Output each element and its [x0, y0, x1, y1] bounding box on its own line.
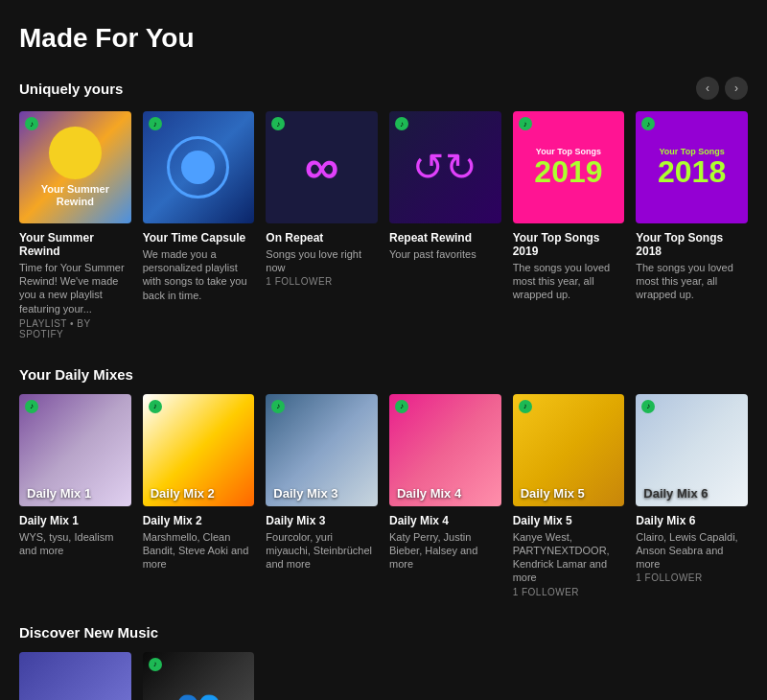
thumb-daily4: ♪ Daily Mix 4	[389, 394, 501, 506]
next-arrow-uniquely-yours[interactable]: ›	[725, 77, 748, 100]
thumb-top-2018: ♪ Your Top Songs 2018	[636, 111, 748, 223]
card-title-top-2018: Your Top Songs 2018	[636, 231, 748, 258]
daily-mixes-section: Your Daily Mixes ♪ Daily Mix 1 Daily Mix…	[19, 366, 748, 597]
card-desc-daily2: Marshmello, Clean Bandit, Steve Aoki and…	[143, 530, 255, 572]
circle-outer	[167, 136, 229, 198]
card-follower-daily6: 1 FOLLOWER	[636, 572, 748, 583]
card-top-2019[interactable]: ♪ Your Top Songs 2019 Your Top Songs 201…	[513, 111, 625, 339]
spotify-badge-d6: ♪	[641, 400, 655, 413]
daily-mix-4-label: Daily Mix 4	[397, 486, 461, 501]
section-title-discover: Discover New Music	[19, 624, 158, 641]
section-header-daily-mixes: Your Daily Mixes	[19, 366, 748, 383]
card-title-top-2019: Your Top Songs 2019	[513, 231, 625, 258]
thumb-daily5: ♪ Daily Mix 5	[513, 394, 625, 506]
spotify-badge-6: ♪	[641, 117, 655, 130]
spotify-badge-d1: ♪	[25, 400, 38, 413]
thumb-repeat-rewind: ♪ ↺↻	[389, 111, 501, 223]
card-title-on-repeat: On Repeat	[266, 231, 378, 245]
spotify-badge-5: ♪	[519, 117, 532, 130]
spotify-badge-3: ♪	[271, 117, 285, 130]
card-title-summer-rewind: Your Summer Rewind	[19, 231, 131, 258]
thumb-daily2: ♪ Daily Mix 2	[143, 394, 255, 506]
card-follower-on-repeat: 1 FOLLOWER	[266, 276, 378, 287]
main-page: Made For You Uniquely yours ‹ › ♪ Your S…	[0, 0, 767, 700]
nav-arrows-uniquely-yours: ‹ ›	[696, 77, 748, 100]
card-desc-daily3: Fourcolor, yuri miyauchi, Steinbrüchel a…	[266, 530, 378, 572]
spotify-badge-d2: ♪	[149, 400, 162, 413]
circle-inner	[181, 151, 215, 184]
discover-cards: DiscoverWeekly Discover Weekly Your week…	[19, 652, 748, 700]
person-silhouette-icon: 👥	[174, 686, 222, 700]
daily-mix-6-label: Daily Mix 6	[643, 486, 708, 501]
repeat-arrows-icon: ↺↻	[412, 145, 477, 189]
section-title-uniquely-yours: Uniquely yours	[19, 81, 123, 97]
daily-mix-3-label: Daily Mix 3	[273, 486, 337, 501]
card-desc-time-capsule: We made you a personalized playlist with…	[143, 247, 255, 302]
card-time-capsule[interactable]: ♪ Your Time Capsule We made you a person…	[143, 111, 255, 339]
thumb-time-capsule: ♪	[143, 111, 255, 223]
spotify-badge: ♪	[25, 117, 38, 130]
card-desc-daily6: Clairo, Lewis Capaldi, Anson Seabra and …	[636, 530, 748, 572]
card-summer-rewind[interactable]: ♪ Your Summer Rewind Your Summer Rewind …	[19, 111, 131, 339]
card-on-repeat[interactable]: ♪ ∞ On Repeat Songs you love right now 1…	[266, 111, 378, 339]
prev-arrow-uniquely-yours[interactable]: ‹	[696, 77, 719, 100]
card-repeat-rewind[interactable]: ♪ ↺↻ Repeat Rewind Your past favorites	[389, 111, 501, 339]
card-daily-mix-3[interactable]: ♪ Daily Mix 3 Daily Mix 3 Fourcolor, yur…	[266, 394, 378, 597]
discover-section: Discover New Music DiscoverWeekly Discov…	[19, 624, 748, 700]
spotify-badge-2: ♪	[149, 117, 162, 130]
uniquely-yours-section: Uniquely yours ‹ › ♪ Your Summer Rewind …	[19, 77, 748, 339]
thumb-daily1: ♪ Daily Mix 1	[19, 394, 131, 506]
card-desc-daily5: Kanye West, PARTYNEXTDOOR, Kendrick Lama…	[513, 530, 625, 585]
card-meta-summer-rewind: PLAYLIST • BY SPOTIFY	[19, 318, 131, 339]
spotify-badge-d5: ♪	[519, 400, 532, 413]
card-desc-top-2018: The songs you loved most this year, all …	[636, 261, 748, 302]
section-header-discover: Discover New Music	[19, 624, 748, 641]
daily-mixes-cards: ♪ Daily Mix 1 Daily Mix 1 WYS, tysu, Ide…	[19, 394, 748, 597]
card-title-time-capsule: Your Time Capsule	[143, 231, 255, 245]
card-daily-mix-2[interactable]: ♪ Daily Mix 2 Daily Mix 2 Marshmello, Cl…	[143, 394, 255, 597]
card-discover-weekly[interactable]: DiscoverWeekly Discover Weekly Your week…	[19, 652, 131, 700]
card-desc-top-2019: The songs you loved most this year, all …	[513, 261, 625, 302]
spotify-badge-rr: ♪	[149, 658, 162, 671]
thumb-daily3: ♪ Daily Mix 3	[266, 394, 378, 506]
card-release-radar[interactable]: ♪ 👥 Release Radar Catch all the latest m…	[143, 652, 255, 700]
card-title-daily1: Daily Mix 1	[19, 514, 131, 527]
thumb-on-repeat: ♪ ∞	[266, 111, 378, 223]
section-header-uniquely-yours: Uniquely yours ‹ ›	[19, 77, 748, 100]
thumb-daily6: ♪ Daily Mix 6	[636, 394, 748, 506]
card-title-daily2: Daily Mix 2	[143, 514, 255, 527]
sun-circle	[49, 127, 102, 179]
card-daily-mix-5[interactable]: ♪ Daily Mix 5 Daily Mix 5 Kanye West, PA…	[513, 394, 625, 597]
card-desc-daily4: Katy Perry, Justin Bieber, Halsey and mo…	[389, 530, 501, 572]
card-title-daily6: Daily Mix 6	[636, 514, 748, 527]
card-top-2018[interactable]: ♪ Your Top Songs 2018 Your Top Songs 201…	[636, 111, 748, 339]
thumb-summer-rewind: ♪ Your Summer Rewind	[19, 111, 131, 223]
spotify-badge-d4: ♪	[395, 400, 408, 413]
daily-mix-2-label: Daily Mix 2	[151, 486, 215, 501]
daily-mix-1-label: Daily Mix 1	[27, 486, 91, 501]
thumb-release-radar: ♪ 👥	[143, 652, 255, 700]
page-title: Made For You	[19, 23, 748, 54]
card-follower-daily5: 1 FOLLOWER	[513, 587, 625, 597]
infinity-icon: ∞	[305, 143, 339, 191]
card-title-daily5: Daily Mix 5	[513, 514, 625, 527]
card-desc-daily1: WYS, tysu, Idealism and more	[19, 530, 131, 558]
year-2018: 2018	[658, 156, 726, 187]
section-title-daily-mixes: Your Daily Mixes	[19, 366, 133, 383]
card-title-daily4: Daily Mix 4	[389, 514, 501, 527]
card-desc-on-repeat: Songs you love right now	[266, 247, 378, 275]
daily-mix-5-label: Daily Mix 5	[521, 486, 585, 501]
year-2019: 2019	[534, 156, 602, 187]
card-title-repeat-rewind: Repeat Rewind	[389, 231, 501, 245]
thumb-top-2019: ♪ Your Top Songs 2019	[513, 111, 625, 223]
card-daily-mix-6[interactable]: ♪ Daily Mix 6 Daily Mix 6 Clairo, Lewis …	[636, 394, 748, 597]
summer-rewind-label: Your Summer Rewind	[27, 183, 124, 208]
spotify-badge-4: ♪	[395, 117, 408, 130]
spotify-badge-d3: ♪	[271, 400, 285, 413]
card-daily-mix-4[interactable]: ♪ Daily Mix 4 Daily Mix 4 Katy Perry, Ju…	[389, 394, 501, 597]
card-desc-summer-rewind: Time for Your Summer Rewind! We've made …	[19, 261, 131, 315]
card-title-daily3: Daily Mix 3	[266, 514, 378, 527]
uniquely-yours-cards: ♪ Your Summer Rewind Your Summer Rewind …	[19, 111, 748, 339]
card-daily-mix-1[interactable]: ♪ Daily Mix 1 Daily Mix 1 WYS, tysu, Ide…	[19, 394, 131, 597]
card-desc-repeat-rewind: Your past favorites	[389, 247, 501, 261]
